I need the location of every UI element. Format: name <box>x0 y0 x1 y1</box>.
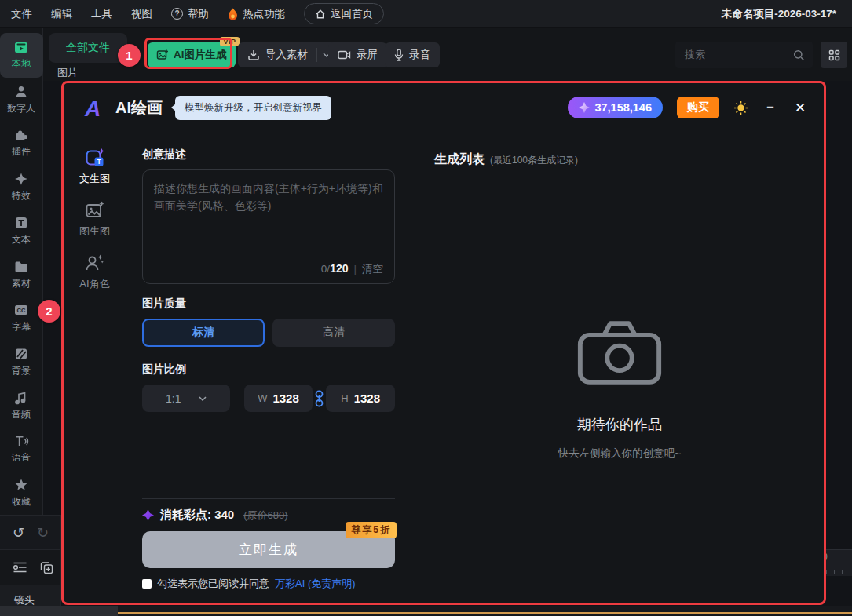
search-placeholder: 搜索 <box>685 48 793 62</box>
ai-character-icon <box>84 253 104 273</box>
quality-standard-button[interactable]: 标清 <box>142 319 265 347</box>
project-title: 未命名项目-2026-03-17* <box>722 7 836 21</box>
tab-ai-character[interactable]: AI角色 <box>79 253 109 291</box>
tab-label: AI角色 <box>79 277 109 291</box>
sidebar-item-local[interactable]: 本地 <box>0 33 43 78</box>
search-input[interactable]: 搜索 <box>675 42 813 68</box>
subtitle-cc-icon: CC <box>13 302 29 318</box>
import-media-button[interactable]: 导入素材 <box>238 42 340 67</box>
record-screen-button[interactable]: 录屏 <box>328 42 387 67</box>
cost-text: 消耗彩点: 340 <box>160 508 234 523</box>
menu-hot-features[interactable]: 热点功能 <box>228 7 285 21</box>
dialog-title: AI绘画 <box>115 97 163 118</box>
sidebar-item-subtitles[interactable]: CC 字幕 <box>0 296 43 340</box>
sidebar-item-label: 语音 <box>12 451 31 465</box>
timeline-scrollbar[interactable] <box>0 606 118 616</box>
menu-help-label: 帮助 <box>188 7 209 21</box>
agree-checkbox[interactable] <box>142 579 152 589</box>
tab-image-to-image[interactable]: 图生图 <box>79 200 110 239</box>
tab-text-to-image[interactable]: T 文生图 <box>79 148 110 186</box>
tab-all-files[interactable]: 全部文件 <box>49 33 127 63</box>
grid-view-button[interactable] <box>821 42 847 68</box>
music-note-icon <box>13 390 29 406</box>
menu-edit[interactable]: 编辑 <box>51 7 72 21</box>
tab-label: 文生图 <box>79 172 110 186</box>
theme-sun-icon[interactable] <box>733 100 748 115</box>
sidebar-item-voice[interactable]: 语音 <box>0 428 43 472</box>
divider <box>316 48 317 62</box>
menu-help[interactable]: ? 帮助 <box>171 7 209 21</box>
cost-row: 消耗彩点: 340 (原价680) <box>142 508 395 523</box>
duplicate-icon[interactable] <box>40 561 53 574</box>
minimize-button[interactable]: − <box>762 100 778 115</box>
home-icon <box>315 9 326 20</box>
text-to-image-icon: T <box>85 148 105 168</box>
upgrade-banner: 模型焕新升级，开启创意新视界 <box>175 96 331 120</box>
track-tools <box>0 549 61 585</box>
effects-icon <box>13 171 29 187</box>
sidebar-item-label: 素材 <box>12 277 31 290</box>
char-counter: 0/120|清空 <box>321 262 383 276</box>
record-audio-label: 录音 <box>409 48 430 62</box>
counter-max: 120 <box>330 262 348 275</box>
microphone-icon <box>394 49 404 61</box>
menubar: 文件 编辑 工具 视图 ? 帮助 热点功能 返回首页 未命名项目-2026-03… <box>0 0 852 28</box>
images-section-label: 图片 <box>57 66 78 80</box>
camera-icon <box>573 314 666 388</box>
discount-badge: 尊享5折 <box>346 522 397 538</box>
redo-icon[interactable]: ↻ <box>37 524 49 541</box>
sidebar-item-text[interactable]: 文本 <box>0 209 43 253</box>
generation-list-panel: 生成列表 (最近100条生成记录) 期待你的作品 快去左侧输入你的创意吧~ <box>415 132 824 603</box>
divider <box>142 498 395 499</box>
search-icon[interactable] <box>793 49 805 61</box>
buy-button[interactable]: 购买 <box>677 97 719 118</box>
height-field[interactable]: H 1328 <box>326 385 395 412</box>
link-dimensions-icon[interactable] <box>314 390 324 407</box>
video-editor-app: 文件 编辑 工具 视图 ? 帮助 热点功能 返回首页 未命名项目-2026-03… <box>0 0 852 616</box>
prompt-textarea[interactable]: 描述你想生成的画面内容(主体+行为+环境等)和画面美学(风格、色彩等) 0/12… <box>142 169 395 284</box>
agree-text: 勾选表示您已阅读并同意 <box>157 577 269 591</box>
timeline-track-highlight <box>118 612 852 614</box>
prompt-placeholder: 描述你想生成的画面内容(主体+行为+环境等)和画面美学(风格、色彩等) <box>143 170 394 224</box>
width-field[interactable]: W 1328 <box>244 385 313 412</box>
sidebar-item-digital-human[interactable]: 数字人 <box>0 78 43 122</box>
back-home-button[interactable]: 返回首页 <box>304 3 384 24</box>
sidebar-item-label: 文本 <box>12 233 31 246</box>
image-to-image-icon <box>85 200 105 221</box>
sidebar-item-label: 特效 <box>12 189 31 202</box>
track-manager-icon[interactable] <box>13 561 27 574</box>
empty-title: 期待你的作品 <box>415 415 824 434</box>
menu-file[interactable]: 文件 <box>11 7 32 21</box>
sidebar-item-label: 收藏 <box>12 495 31 508</box>
menu-view[interactable]: 视图 <box>131 7 152 21</box>
sidebar-item-backgrounds[interactable]: 背景 <box>0 340 43 384</box>
annotation-marker-2: 2 <box>38 300 60 323</box>
history-controls: ↺ ↻ <box>0 515 61 549</box>
ratio-dropdown[interactable]: 1:1 <box>142 385 230 412</box>
sidebar-item-plugins[interactable]: 插件 <box>0 121 43 165</box>
ratio-controls: 1:1 W 1328 H 1328 <box>142 385 395 412</box>
sidebar-item-favorites[interactable]: 收藏 <box>0 471 43 515</box>
close-button[interactable]: ✕ <box>792 100 808 116</box>
sidebar-item-assets[interactable]: 素材 <box>0 253 43 297</box>
menu-tools[interactable]: 工具 <box>91 7 112 21</box>
height-value: 1328 <box>354 392 380 405</box>
record-audio-button[interactable]: 录音 <box>385 42 440 67</box>
generate-button[interactable]: 立即生成 尊享5折 <box>142 531 395 568</box>
sidebar-item-audio[interactable]: 音频 <box>0 384 43 428</box>
generate-section: 消耗彩点: 340 (原价680) 立即生成 尊享5折 勾选表示您已阅读并同意 … <box>142 498 395 591</box>
ai-drawing-logo-icon: A <box>79 94 106 121</box>
points-balance[interactable]: 37,158,146 <box>568 97 663 118</box>
tab-label: 图生图 <box>79 224 110 239</box>
agreement-row: 勾选表示您已阅读并同意 万彩AI (免责声明) <box>142 577 395 591</box>
undo-icon[interactable]: ↺ <box>13 524 24 541</box>
quality-hd-button[interactable]: 高清 <box>272 319 395 347</box>
clear-button[interactable]: 清空 <box>362 263 383 275</box>
mode-tab-rail: T 文生图 图生图 AI角色 <box>64 132 126 603</box>
height-label: H <box>341 392 348 404</box>
disclaimer-link[interactable]: 万彩AI (免责声明) <box>275 577 356 591</box>
menu-hot-label: 热点功能 <box>243 7 285 21</box>
counter-current: 0/ <box>321 263 330 275</box>
sidebar-item-label: 字幕 <box>12 320 31 334</box>
sidebar-item-effects[interactable]: 特效 <box>0 165 43 209</box>
